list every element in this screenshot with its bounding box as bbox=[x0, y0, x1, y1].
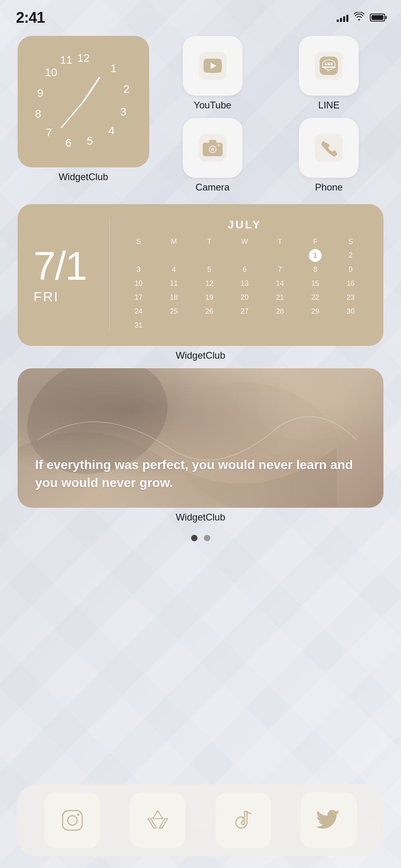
calendar-day-cell[interactable]: 28 bbox=[263, 305, 297, 318]
dock bbox=[18, 784, 383, 856]
camera-app-icon[interactable] bbox=[183, 118, 243, 178]
quote-widget-wrapper: If everything was perfect, you would nev… bbox=[18, 368, 383, 523]
status-time: 2:41 bbox=[16, 9, 45, 26]
calendar-day-cell bbox=[228, 249, 262, 262]
home-screen: 2:41 bbox=[0, 0, 401, 868]
calendar-grid: SMTWTFS123456789101112131415161718192021… bbox=[122, 236, 367, 332]
svg-point-9 bbox=[331, 64, 332, 65]
calendar-day-cell[interactable]: 31 bbox=[122, 319, 156, 332]
instagram-icon bbox=[59, 807, 85, 833]
calendar-day-cell[interactable]: 27 bbox=[228, 305, 262, 318]
signal-icon bbox=[337, 13, 348, 22]
calendar-day-cell bbox=[298, 319, 332, 332]
instagram-dock-icon[interactable] bbox=[44, 792, 100, 848]
calendar-day-cell[interactable]: 30 bbox=[334, 305, 367, 318]
camera-app-wrapper: Camera bbox=[158, 118, 267, 193]
clock-widget[interactable]: 12 1 2 3 4 5 6 7 8 9 10 11 bbox=[18, 36, 149, 167]
clock-face: 12 1 2 3 4 5 6 7 8 9 10 11 bbox=[30, 50, 137, 153]
calendar-day-cell[interactable]: 16 bbox=[334, 277, 367, 290]
calendar-day: FRI bbox=[34, 289, 59, 304]
calendar-day-cell[interactable]: 13 bbox=[228, 277, 262, 290]
calendar-day-cell[interactable]: 12 bbox=[192, 277, 226, 290]
appstore-dock-icon[interactable] bbox=[130, 792, 186, 848]
svg-rect-21 bbox=[63, 811, 82, 830]
calendar-day-cell bbox=[157, 319, 191, 332]
cal-dow-header: M bbox=[157, 236, 191, 247]
cal-dow-header: W bbox=[228, 236, 262, 247]
line-app-icon[interactable]: LINE bbox=[299, 36, 359, 96]
svg-rect-12 bbox=[209, 140, 216, 144]
status-bar: 2:41 bbox=[0, 0, 401, 28]
app-grid: YouTube LINE bbox=[158, 36, 383, 193]
calendar-day-cell[interactable]: 22 bbox=[298, 291, 332, 304]
cal-dow-header: T bbox=[192, 236, 226, 247]
svg-point-7 bbox=[325, 64, 327, 65]
svg-point-22 bbox=[67, 815, 77, 825]
calendar-day-cell[interactable]: 4 bbox=[157, 263, 191, 276]
youtube-app-label: YouTube bbox=[194, 100, 231, 111]
calendar-day-cell[interactable]: 15 bbox=[298, 277, 332, 290]
svg-point-8 bbox=[328, 64, 330, 65]
page-dot-2[interactable] bbox=[204, 535, 210, 541]
row1: 12 1 2 3 4 5 6 7 8 9 10 11 bbox=[18, 36, 383, 193]
tiktok-icon bbox=[230, 807, 256, 833]
svg-rect-17 bbox=[315, 134, 343, 162]
clock-widget-wrapper: 12 1 2 3 4 5 6 7 8 9 10 11 bbox=[18, 36, 149, 183]
calendar-day-cell[interactable]: 24 bbox=[122, 305, 156, 318]
calendar-day-cell[interactable]: 3 bbox=[122, 263, 156, 276]
calendar-day-cell[interactable]: 11 bbox=[157, 277, 191, 290]
calendar-day-cell[interactable]: 25 bbox=[157, 305, 191, 318]
svg-line-1 bbox=[61, 102, 83, 128]
calendar-widget-wrapper: 7/1 FRI JULY SMTWTFS12345678910111213141… bbox=[18, 204, 383, 361]
calendar-day-cell[interactable]: 14 bbox=[263, 277, 297, 290]
calendar-day-cell[interactable]: 20 bbox=[228, 291, 262, 304]
calendar-day-cell[interactable]: 17 bbox=[122, 291, 156, 304]
cal-dow-header: S bbox=[122, 236, 156, 247]
calendar-day-cell[interactable]: 9 bbox=[334, 263, 367, 276]
quote-text: If everything was perfect, you would nev… bbox=[35, 456, 366, 492]
svg-point-15 bbox=[211, 148, 214, 151]
status-icons bbox=[337, 12, 385, 23]
calendar-day-cell[interactable]: 8 bbox=[298, 263, 332, 276]
calendar-day-cell[interactable]: 19 bbox=[192, 291, 226, 304]
clock-hands-svg bbox=[30, 50, 137, 153]
camera-app-label: Camera bbox=[196, 182, 229, 193]
calendar-day-cell[interactable]: 21 bbox=[263, 291, 297, 304]
twitter-icon bbox=[316, 807, 342, 833]
calendar-day-cell[interactable]: 6 bbox=[228, 263, 262, 276]
calendar-date-section: 7/1 FRI bbox=[34, 218, 97, 332]
calendar-day-cell[interactable]: 23 bbox=[334, 291, 367, 304]
calendar-day-cell[interactable]: 1 bbox=[309, 249, 322, 262]
calendar-month-title: JULY bbox=[122, 218, 367, 231]
calendar-day-cell bbox=[192, 249, 226, 262]
phone-app-icon[interactable] bbox=[299, 118, 359, 178]
calendar-day-cell[interactable]: 7 bbox=[263, 263, 297, 276]
calendar-day-cell[interactable]: 18 bbox=[157, 291, 191, 304]
battery-icon bbox=[370, 14, 385, 22]
calendar-day-cell bbox=[157, 249, 191, 262]
quote-widget[interactable]: If everything was perfect, you would nev… bbox=[18, 368, 383, 508]
calendar-day-cell bbox=[228, 319, 262, 332]
calendar-day-cell bbox=[122, 249, 156, 262]
line-icon: LINE bbox=[315, 52, 343, 80]
clock-widget-label: WidgetClub bbox=[59, 171, 108, 183]
line-app-wrapper: LINE LINE bbox=[275, 36, 384, 111]
page-dot-1[interactable] bbox=[191, 535, 198, 541]
youtube-app-icon[interactable] bbox=[183, 36, 243, 96]
calendar-day-cell[interactable]: 26 bbox=[192, 305, 226, 318]
calendar-day-cell[interactable]: 10 bbox=[122, 277, 156, 290]
twitter-dock-icon[interactable] bbox=[301, 792, 357, 848]
calendar-big-date: 7/1 bbox=[34, 246, 87, 286]
youtube-icon bbox=[199, 52, 227, 80]
calendar-widget[interactable]: 7/1 FRI JULY SMTWTFS12345678910111213141… bbox=[18, 204, 383, 346]
phone-app-wrapper: Phone bbox=[275, 118, 384, 193]
calendar-day-cell[interactable]: 2 bbox=[334, 249, 367, 262]
cal-dow-header: T bbox=[263, 236, 297, 247]
calendar-day-cell bbox=[192, 319, 226, 332]
calendar-day-cell[interactable]: 5 bbox=[192, 263, 226, 276]
phone-app-label: Phone bbox=[315, 182, 343, 193]
tiktok-dock-icon[interactable] bbox=[215, 792, 271, 848]
wifi-icon bbox=[354, 12, 364, 23]
calendar-day-cell[interactable]: 29 bbox=[298, 305, 332, 318]
camera-icon bbox=[199, 134, 227, 162]
